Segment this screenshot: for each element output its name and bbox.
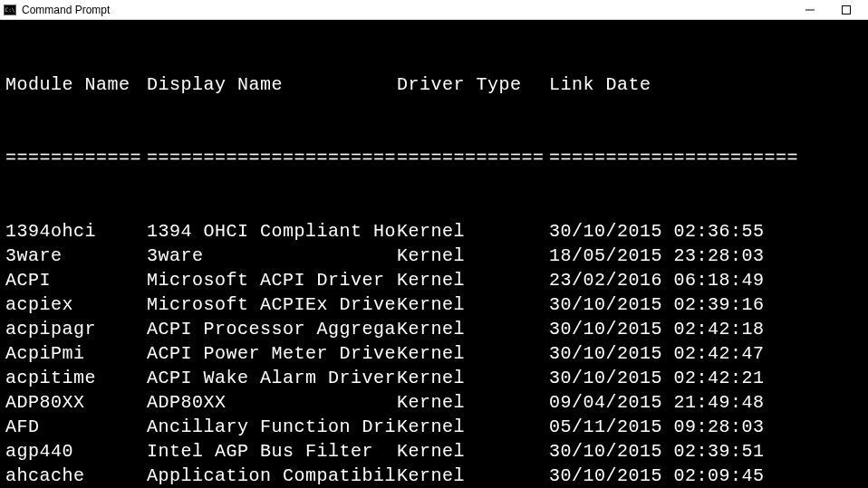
cell-module: acpiex xyxy=(5,292,147,317)
cell-display: ADP80XX xyxy=(147,390,397,415)
table-row: 1394ohci1394 OHCI Compliant HoKernel30/1… xyxy=(5,219,863,244)
cell-type: Kernel xyxy=(397,390,549,415)
cell-type: Kernel xyxy=(397,219,549,244)
cell-display: Intel AGP Bus Filter xyxy=(147,439,397,464)
table-row: ADP80XXADP80XXKernel09/04/2015 21:49:48 xyxy=(5,390,863,415)
header-type: Driver Type xyxy=(397,72,549,97)
divider-date: ====================== xyxy=(549,146,798,170)
cell-type: Kernel xyxy=(397,292,549,317)
cell-module: acpitime xyxy=(5,366,147,390)
cell-date: 30/10/2015 02:39:51 xyxy=(549,439,765,464)
cell-date: 30/10/2015 02:42:18 xyxy=(549,317,765,341)
divider-type: ============= xyxy=(397,146,549,170)
minimize-button[interactable] xyxy=(792,1,828,19)
divider-module: ============ xyxy=(5,146,147,170)
cell-module: AFD xyxy=(5,415,147,439)
table-row: AFDAncillary Function DriKernel05/11/201… xyxy=(5,415,863,439)
cell-type: Kernel xyxy=(397,244,549,268)
cell-type: Kernel xyxy=(397,341,549,366)
window-titlebar: Command Prompt xyxy=(0,0,868,20)
cell-display: 1394 OHCI Compliant Ho xyxy=(147,219,397,244)
table-row: 3ware3wareKernel18/05/2015 23:28:03 xyxy=(5,244,863,268)
cell-date: 30/10/2015 02:42:21 xyxy=(549,366,765,390)
cell-date: 23/02/2016 06:18:49 xyxy=(549,268,765,292)
cell-type: Kernel xyxy=(397,415,549,439)
cell-display: ACPI Power Meter Drive xyxy=(147,341,397,366)
cell-type: Kernel xyxy=(397,439,549,464)
cell-module: 1394ohci xyxy=(5,219,147,244)
cell-date: 18/05/2015 23:28:03 xyxy=(549,244,765,268)
terminal-output[interactable]: Module NameDisplay NameDriver TypeLink D… xyxy=(0,20,868,488)
cell-module: agp440 xyxy=(5,439,147,464)
cell-module: AcpiPmi xyxy=(5,341,147,366)
header-module: Module Name xyxy=(5,72,147,97)
table-row: ACPIMicrosoft ACPI DriverKernel23/02/201… xyxy=(5,268,863,292)
cell-display: 3ware xyxy=(147,244,397,268)
cell-type: Kernel xyxy=(397,464,549,488)
cell-date: 30/10/2015 02:36:55 xyxy=(549,219,765,244)
table-row: agp440Intel AGP Bus FilterKernel30/10/20… xyxy=(5,439,863,464)
cell-type: Kernel xyxy=(397,366,549,390)
cell-display: Microsoft ACPI Driver xyxy=(147,268,397,292)
cell-module: ADP80XX xyxy=(5,390,147,415)
table-row: ahcacheApplication CompatibilKernel30/10… xyxy=(5,464,863,488)
divider-display: ====================== xyxy=(147,146,397,170)
cell-display: Ancillary Function Dri xyxy=(147,415,397,439)
cell-module: acpipagr xyxy=(5,317,147,341)
table-row: acpitimeACPI Wake Alarm DriverKernel30/1… xyxy=(5,366,863,390)
cell-date: 30/10/2015 02:09:45 xyxy=(549,464,765,488)
table-row: acpiexMicrosoft ACPIEx DriveKernel30/10/… xyxy=(5,292,863,317)
table-row: AcpiPmiACPI Power Meter DriveKernel30/10… xyxy=(5,341,863,366)
table-row: acpipagrACPI Processor AggregaKernel30/1… xyxy=(5,317,863,341)
cell-module: ACPI xyxy=(5,268,147,292)
svg-rect-1 xyxy=(843,5,851,14)
header-row: Module NameDisplay NameDriver TypeLink D… xyxy=(5,72,863,97)
cell-display: ACPI Wake Alarm Driver xyxy=(147,366,397,390)
cell-date: 30/10/2015 02:39:16 xyxy=(549,292,765,317)
header-date: Link Date xyxy=(549,72,651,97)
cell-date: 09/04/2015 21:49:48 xyxy=(549,390,765,415)
cell-date: 30/10/2015 02:42:47 xyxy=(549,341,765,366)
divider-row: ========================================… xyxy=(5,146,863,170)
cell-type: Kernel xyxy=(397,268,549,292)
cmd-icon xyxy=(4,5,16,15)
cell-type: Kernel xyxy=(397,317,549,341)
cell-module: 3ware xyxy=(5,244,147,268)
maximize-button[interactable] xyxy=(828,1,864,19)
window-controls xyxy=(792,1,864,19)
cell-date: 05/11/2015 09:28:03 xyxy=(549,415,765,439)
cell-module: ahcache xyxy=(5,464,147,488)
cell-display: ACPI Processor Aggrega xyxy=(147,317,397,341)
header-display: Display Name xyxy=(147,72,397,97)
window-title: Command Prompt xyxy=(22,4,792,16)
cell-display: Microsoft ACPIEx Drive xyxy=(147,292,397,317)
cell-display: Application Compatibil xyxy=(147,464,397,488)
